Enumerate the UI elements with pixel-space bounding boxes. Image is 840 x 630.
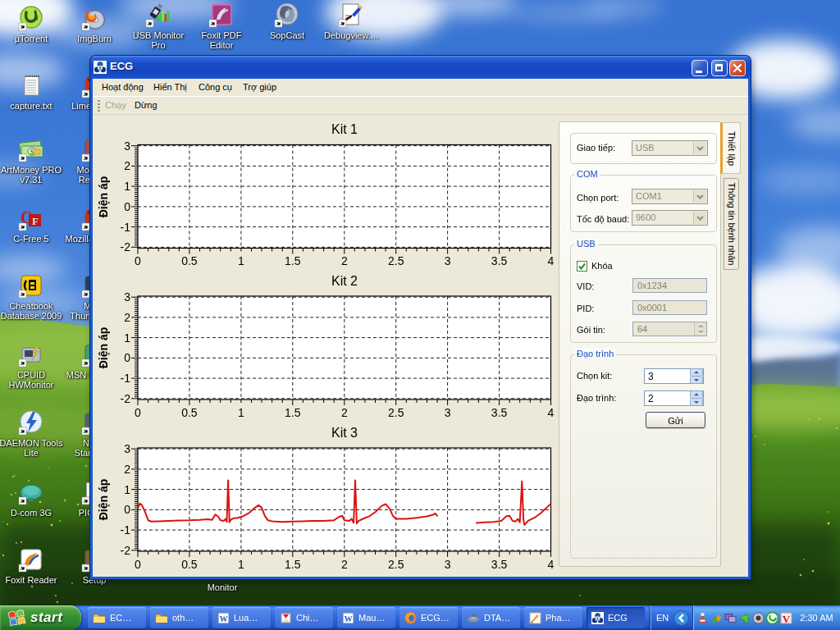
svg-text:Kit 2: Kit 2: [331, 274, 358, 288]
svg-text:4: 4: [548, 558, 555, 571]
svg-text:1: 1: [124, 180, 130, 193]
svg-text:2: 2: [124, 463, 130, 476]
svg-text:-1: -1: [121, 372, 131, 385]
svg-text:0.5: 0.5: [181, 406, 198, 419]
svg-text:-2: -2: [121, 240, 131, 253]
svg-text:2: 2: [341, 558, 348, 571]
svg-text:-1: -1: [121, 523, 131, 536]
svg-text:3: 3: [445, 406, 451, 419]
svg-text:0: 0: [135, 254, 141, 267]
svg-text:1: 1: [124, 483, 130, 496]
svg-text:Điện áp: Điện áp: [97, 327, 110, 369]
svg-text:0.5: 0.5: [181, 558, 198, 571]
svg-text:3: 3: [124, 139, 130, 153]
svg-text:-2: -2: [121, 392, 131, 405]
svg-text:F: F: [32, 215, 39, 227]
svg-text:Kit 3: Kit 3: [331, 426, 358, 440]
svg-text:0.5: 0.5: [181, 254, 198, 267]
svg-text:2.5: 2.5: [388, 558, 404, 571]
svg-text:Điện áp: Điện áp: [97, 479, 110, 521]
svg-text:0: 0: [124, 200, 130, 213]
svg-text:2: 2: [124, 159, 130, 172]
svg-text:3: 3: [445, 558, 451, 571]
svg-text:4: 4: [548, 406, 555, 419]
svg-text:W: W: [345, 614, 353, 623]
svg-text:1.5: 1.5: [285, 406, 301, 419]
svg-text:3.5: 3.5: [491, 558, 508, 571]
svg-text:$: $: [30, 148, 34, 156]
svg-text:Kit 1: Kit 1: [331, 122, 358, 136]
svg-text:0: 0: [135, 406, 141, 419]
svg-text:3: 3: [445, 254, 451, 267]
svg-text:3: 3: [124, 442, 130, 455]
svg-text:W: W: [220, 614, 228, 623]
svg-text:1.5: 1.5: [285, 558, 301, 571]
svg-text:-1: -1: [121, 221, 131, 234]
svg-text:1: 1: [238, 406, 244, 419]
svg-text:1: 1: [124, 331, 130, 345]
svg-text:Điện áp: Điện áp: [97, 176, 110, 218]
svg-text:1.5: 1.5: [285, 254, 301, 267]
svg-text:2.5: 2.5: [388, 254, 404, 267]
svg-text:3.5: 3.5: [491, 406, 508, 419]
svg-text:2: 2: [341, 254, 348, 267]
svg-text:3.5: 3.5: [491, 254, 508, 267]
svg-text:2: 2: [341, 406, 348, 419]
svg-text:V: V: [783, 612, 791, 624]
svg-text:4: 4: [548, 254, 555, 267]
svg-text:0: 0: [124, 503, 130, 516]
svg-text:-2: -2: [121, 544, 131, 557]
svg-text:0: 0: [124, 351, 130, 364]
svg-text:2.5: 2.5: [388, 406, 404, 419]
svg-text:3: 3: [124, 290, 130, 304]
svg-text:2: 2: [124, 311, 130, 324]
svg-text:1: 1: [238, 558, 244, 571]
svg-text:1: 1: [238, 254, 244, 267]
svg-text:0: 0: [135, 558, 141, 571]
